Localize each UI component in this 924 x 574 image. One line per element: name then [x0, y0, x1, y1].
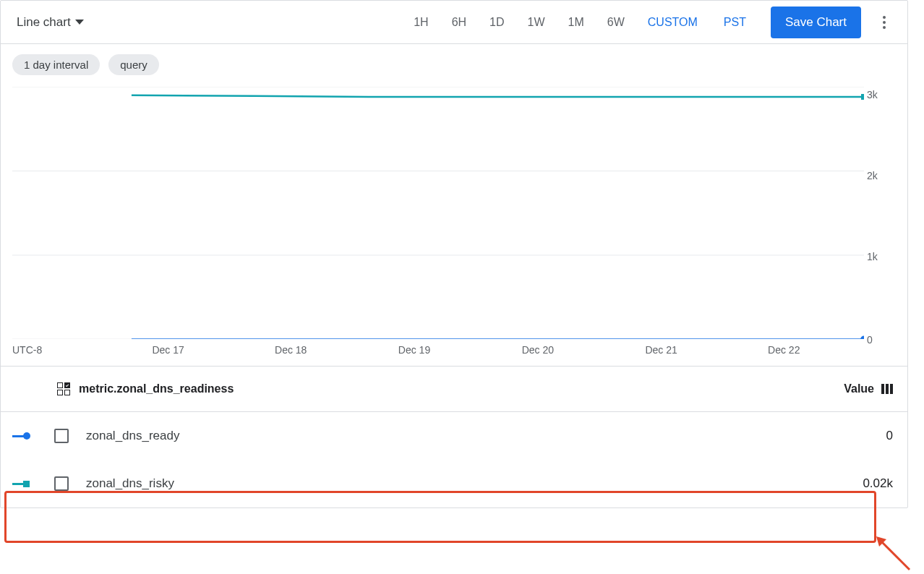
series-swatch [12, 481, 37, 487]
time-tab-1h[interactable]: 1H [403, 12, 438, 33]
svg-marker-7 [876, 536, 886, 547]
svg-rect-5 [861, 94, 864, 100]
x-tick-label: Dec 20 [522, 344, 554, 356]
legend-row[interactable]: zonal_dns_ready0 [1, 412, 907, 460]
x-tick-label: Dec 19 [398, 344, 430, 356]
x-axis-labels: UTC-8Dec 17Dec 18Dec 19Dec 20Dec 21Dec 2… [12, 344, 864, 360]
chart-type-dropdown[interactable]: Line chart [11, 11, 90, 34]
time-tab-1m[interactable]: 1M [558, 12, 594, 33]
x-tick-label: Dec 22 [768, 344, 800, 356]
x-tick-label: Dec 18 [275, 344, 307, 356]
legend-row[interactable]: zonal_dns_risky0.02k [1, 460, 907, 507]
time-tab-1d[interactable]: 1D [479, 12, 514, 33]
series-checkbox[interactable] [54, 429, 69, 443]
save-chart-button[interactable]: Save Chart [771, 7, 861, 38]
y-tick-label: 2k [867, 170, 878, 181]
legend-header: metric.zonal_dns_readiness Value [1, 367, 907, 411]
more-menu-button[interactable] [871, 9, 897, 35]
legend-table: metric.zonal_dns_readiness Value zonal_d… [1, 366, 907, 507]
x-axis-origin-label: UTC-8 [12, 344, 42, 356]
chip[interactable]: 1 day interval [12, 54, 100, 75]
x-tick-label: Dec 17 [152, 344, 184, 356]
chip[interactable]: query [108, 54, 159, 75]
series-swatch [12, 432, 37, 440]
annotation-arrow [875, 535, 918, 574]
series-name: zonal_dns_ready [86, 429, 179, 443]
timezone-selector[interactable]: PST [708, 12, 758, 33]
time-tab-6w[interactable]: 6W [597, 12, 635, 33]
columns-icon[interactable] [881, 384, 893, 394]
svg-point-4 [860, 335, 864, 339]
group-by-icon[interactable] [57, 382, 70, 395]
time-tab-custom[interactable]: CUSTOM [638, 12, 708, 33]
legend-title: metric.zonal_dns_readiness [79, 382, 234, 395]
chart-area[interactable]: 3k2k1k0 UTC-8Dec 17Dec 18Dec 19Dec 20Dec… [1, 82, 907, 366]
series-checkbox[interactable] [54, 476, 69, 491]
chevron-down-icon [75, 20, 84, 25]
y-tick-label: 0 [867, 334, 873, 346]
y-tick-label: 1k [867, 251, 878, 262]
chart-plot [12, 87, 864, 339]
series-value: 0.02k [863, 476, 893, 491]
time-range-tabs: 1H6H1D1W1M6WCUSTOM [403, 12, 708, 33]
chart-toolbar: Line chart 1H6H1D1W1M6WCUSTOM PST Save C… [1, 1, 907, 44]
y-axis-labels: 3k2k1k0 [867, 87, 896, 340]
y-tick-label: 3k [867, 89, 878, 100]
svg-line-6 [881, 541, 910, 570]
chart-type-label: Line chart [17, 15, 71, 30]
x-tick-label: Dec 21 [645, 344, 677, 356]
series-value: 0 [886, 429, 893, 443]
time-tab-6h[interactable]: 6H [442, 12, 476, 33]
chips-row: 1 day intervalquery [1, 44, 907, 82]
series-name: zonal_dns_risky [86, 476, 174, 491]
time-tab-1w[interactable]: 1W [518, 12, 555, 33]
metrics-panel: Line chart 1H6H1D1W1M6WCUSTOM PST Save C… [0, 0, 908, 508]
vertical-dots-icon [883, 16, 886, 29]
value-column-header: Value [844, 382, 874, 395]
